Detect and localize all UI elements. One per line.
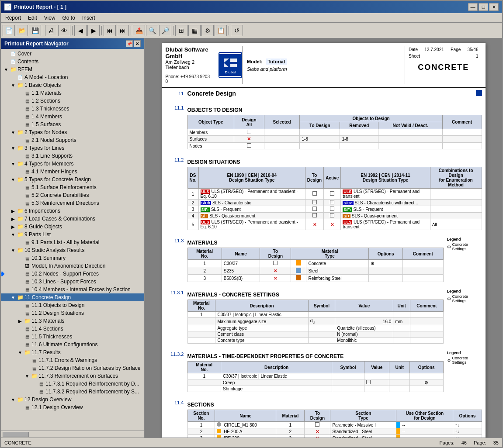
tree-item-materials[interactable]: ▤ 1.1 Materials — [1, 89, 144, 97]
menu-view[interactable]: View — [42, 14, 58, 22]
expand-icon[interactable]: ▶ — [17, 317, 24, 324]
collapse-icon[interactable]: ▼ — [24, 372, 31, 379]
tree-item-rfem[interactable]: ▼ 📁 RFEM — [1, 65, 144, 73]
tree-item-nodal-supports[interactable]: ▤ 2.1 Nodal Supports — [1, 136, 144, 144]
last-page-button[interactable]: ⏭ — [117, 25, 129, 36]
tree-item-objects-design[interactable]: ▤ 11.1 Objects to Design — [1, 301, 144, 309]
tree-item-parts-all[interactable]: ▤ 9.1 Parts List - All by Material — [1, 238, 144, 246]
copy-button[interactable]: 📋 — [215, 25, 227, 36]
close-button[interactable]: ✕ — [489, 3, 499, 11]
tree-item-cover[interactable]: 📄 Cover — [1, 50, 144, 58]
back-button[interactable]: ◀ — [74, 25, 87, 36]
tree-item-reinf-dir[interactable]: ▤ 5.3 Reinforcement Directions — [1, 199, 144, 207]
cell-comment — [403, 275, 443, 282]
content-scroll[interactable]: Dlubal Software GmbH Am Zellweg 2 Tiefen… — [145, 38, 502, 438]
tree-item-static-results[interactable]: ▼ 📁 10 Static Analysis Results — [1, 246, 144, 254]
collapse-icon[interactable]: ▼ — [3, 66, 10, 73]
collapse-icon[interactable]: ▼ — [10, 396, 17, 403]
layout-button[interactable]: ⊞ — [175, 25, 187, 36]
tree-item-model-axon[interactable]: 🖼 Model, In Axonometric Direction — [1, 262, 144, 270]
new-button[interactable]: 📄 — [3, 25, 15, 36]
collapse-icon[interactable]: ▼ — [10, 129, 17, 136]
collapse-icon[interactable]: ▼ — [10, 247, 17, 254]
tree-item-model-location[interactable]: 📄 A Model - Location — [1, 73, 144, 81]
nav-hscrollbar[interactable] — [1, 431, 144, 438]
menu-insert[interactable]: Insert — [80, 14, 98, 22]
collapse-icon[interactable]: ▼ — [10, 82, 17, 89]
tree-item-req-reinf-s[interactable]: ▤ 11.7.3.2 Required Reinforcement by S..… — [1, 388, 144, 396]
collapse-icon[interactable]: ▼ — [10, 176, 17, 183]
collapse-icon[interactable]: ▼ — [10, 160, 17, 167]
tree-item-req-reinf-d[interactable]: ▤ 11.7.3.1 Required Reinforcement by D..… — [1, 380, 144, 388]
tree-item-design-overview-sub[interactable]: ▤ 12.1 Design Overview — [1, 403, 144, 411]
nav-close-button[interactable]: ✕ — [134, 40, 141, 47]
maximize-button[interactable]: □ — [479, 3, 488, 11]
save-button[interactable]: 💾 — [29, 25, 41, 36]
preview-button[interactable]: 👁 — [58, 25, 70, 36]
open-button[interactable]: 📂 — [16, 25, 28, 36]
tree-item-errors-warn[interactable]: ▤ 11.7.1 Errors & Warnings — [1, 356, 144, 364]
tree-item-contents[interactable]: 📄 Contents — [1, 58, 144, 65]
tree-item-summary[interactable]: ▤ 10.1 Summary — [1, 254, 144, 262]
tree-item-thicknesses[interactable]: ▤ 1.3 Thicknesses — [1, 105, 144, 113]
forward-button[interactable]: ▶ — [87, 25, 100, 36]
export-button[interactable]: 📤 — [133, 25, 145, 36]
nav-pin-button[interactable]: 📌 — [126, 40, 133, 47]
tree-item-nodes-support[interactable]: ▤ 10.2 Nodes - Support Forces — [1, 270, 144, 278]
expand-icon[interactable]: ▶ — [10, 215, 17, 222]
tree-item-line-supports[interactable]: ▤ 3.1 Line Supports — [1, 152, 144, 160]
tree-item-concrete-dur[interactable]: ▤ 5.2 Concrete Durabilities — [1, 191, 144, 199]
tree-item-sections[interactable]: ▤ 1.2 Sections — [1, 97, 144, 105]
tree-item-guide-objects[interactable]: ▶ 📁 8 Guide Objects — [1, 223, 144, 231]
tree-item-materials-11[interactable]: ▶ 📁 11.3 Materials — [1, 317, 144, 325]
tree-item-types-lines[interactable]: ▼ 📁 3 Types for Lines — [1, 144, 144, 152]
tree-item-types-concrete[interactable]: ▼ 📁 5 Types for Concrete Design — [1, 176, 144, 183]
tree-item-surfaces[interactable]: ▤ 1.5 Surfaces — [1, 121, 144, 128]
tree-item-members-forces[interactable]: ▤ 10.4 Members - Internal Forces by Sect… — [1, 286, 144, 293]
tree-item-members[interactable]: ▤ 1.4 Members — [1, 113, 144, 121]
tree-item-design-ratio[interactable]: ▤ 11.7.2 Design Ratio on Surfaces by Sur… — [1, 364, 144, 372]
tree-item-design-sit[interactable]: ▤ 11.2 Design Situations — [1, 309, 144, 317]
tree-item-sections-11[interactable]: ▤ 11.4 Sections — [1, 325, 144, 333]
expand-icon[interactable]: ▶ — [10, 207, 17, 214]
tree-item-reinf-surfaces[interactable]: ▼ 📁 11.7.3 Reinforcement on Surfaces — [1, 372, 144, 380]
tree-item-types-members[interactable]: ▼ 📁 4 Types for Members — [1, 160, 144, 168]
menu-edit[interactable]: Edit — [25, 14, 40, 22]
minimize-button[interactable]: — — [468, 3, 478, 11]
tree-item-surface-reinf[interactable]: ▤ 5.1 Surface Reinforcements — [1, 183, 144, 191]
refresh-button[interactable]: ↺ — [231, 25, 243, 36]
settings-button[interactable]: ⚙ — [201, 25, 214, 36]
item-icon: ▤ — [24, 90, 31, 96]
tree-item-parts-list[interactable]: ▼ 📁 9 Parts List — [1, 231, 144, 238]
tree-item-ultimate-conf[interactable]: ▤ 11.6 Ultimate Configurations — [1, 341, 144, 348]
layout2-button[interactable]: ▦ — [188, 25, 201, 36]
expand-icon[interactable]: ▶ — [10, 223, 17, 230]
header-meta: Date 12.7.2021 Page 35/46 Sheet 1 CONCRE… — [405, 46, 482, 84]
tree-item-concrete-design[interactable]: ▼ 📁 11 Concrete Design — [1, 293, 144, 301]
header-meta-date: Date 12.7.2021 Page 35/46 — [405, 46, 482, 53]
print-button[interactable]: 🖨 — [45, 25, 57, 36]
tree-item-results-11[interactable]: ▼ 📁 11.7 Results — [1, 348, 144, 356]
menu-report[interactable]: Report — [3, 14, 24, 22]
tree-item-basic-objects[interactable]: ▼ 📁 1 Basic Objects — [1, 81, 144, 89]
menu-goto[interactable]: Go to — [60, 14, 78, 22]
tree-item-load-cases[interactable]: ▶ 📁 7 Load Cases & Combinations — [1, 215, 144, 223]
zoom-out-button[interactable]: 🔎 — [159, 25, 171, 36]
tree-item-thicknesses-11[interactable]: ▤ 11.5 Thicknesses — [1, 333, 144, 341]
tree-item-design-overview[interactable]: ▼ 📁 12 Design Overview — [1, 396, 144, 403]
tree-label: 7 Load Cases & Combinations — [24, 216, 95, 222]
zoom-in-button[interactable]: 🔍 — [146, 25, 158, 36]
tree-item-imperfections[interactable]: ▶ 📁 6 Imperfections — [1, 207, 144, 215]
tree-item-member-hinges[interactable]: ▤ 4.1 Member Hinges — [1, 168, 144, 176]
tree-item-lines-support[interactable]: ▤ 10.3 Lines - Support Forces — [1, 278, 144, 286]
sections-table: SectionNo. Name Material ToDesign Sectio… — [187, 410, 482, 438]
nav-hscroll-thumb[interactable] — [3, 432, 29, 437]
tree-label: Contents — [17, 59, 38, 65]
first-page-button[interactable]: ⏮ — [104, 25, 116, 36]
collapse-icon[interactable]: ▼ — [17, 349, 24, 356]
collapse-icon[interactable]: ▼ — [10, 145, 17, 152]
navigator-title-bar: Printout Report Navigator 📌 ✕ — [1, 38, 144, 49]
collapse-icon[interactable]: ▼ — [10, 231, 17, 238]
tree-item-types-nodes[interactable]: ▼ 📁 2 Types for Nodes — [1, 128, 144, 136]
collapse-icon[interactable]: ▼ — [10, 294, 17, 301]
